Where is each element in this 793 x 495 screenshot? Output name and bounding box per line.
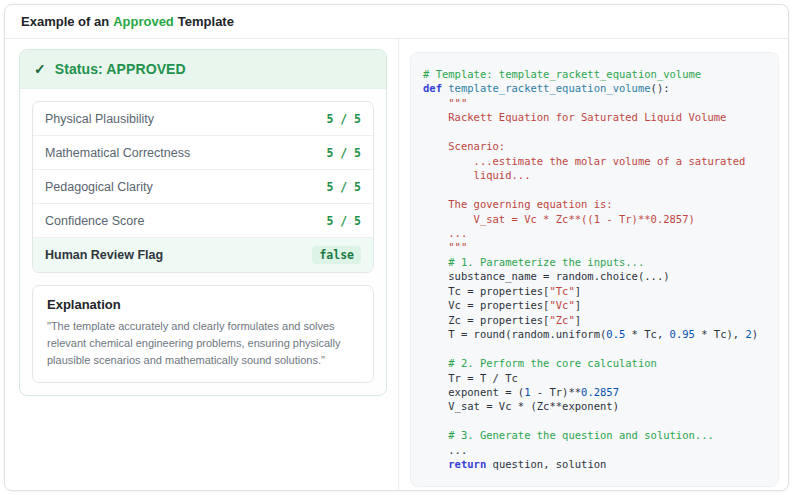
explanation-box: Explanation "The template accurately and… <box>32 285 374 383</box>
metric-value: 5 / 5 <box>326 146 361 160</box>
status-label: Status: APPROVED <box>55 61 186 77</box>
metric-row-mathematical-correctness: Mathematical Correctness 5 / 5 <box>33 136 373 170</box>
metric-label: Human Review Flag <box>45 248 163 262</box>
code-column: # Template: template_rackett_equation_vo… <box>399 39 788 491</box>
metric-row-confidence-score: Confidence Score 5 / 5 <box>33 204 373 238</box>
card-body: ✓ Status: APPROVED Physical Plausibility… <box>5 39 788 490</box>
template-example-card: Example of an Approved Template ✓ Status… <box>4 4 789 491</box>
metric-value: 5 / 5 <box>326 112 361 126</box>
status-card: ✓ Status: APPROVED Physical Plausibility… <box>19 49 387 396</box>
review-summary-column: ✓ Status: APPROVED Physical Plausibility… <box>5 39 399 491</box>
metric-value: 5 / 5 <box>326 180 361 194</box>
card-header: Example of an Approved Template <box>5 5 788 39</box>
metric-label: Mathematical Correctness <box>45 146 190 160</box>
metric-label: Pedagogical Clarity <box>45 180 153 194</box>
explanation-text: "The template accurately and clearly for… <box>47 318 359 369</box>
metric-value: 5 / 5 <box>326 214 361 228</box>
metric-row-human-review-flag: Human Review Flag false <box>33 238 373 272</box>
metric-row-pedagogical-clarity: Pedagogical Clarity 5 / 5 <box>33 170 373 204</box>
status-header: ✓ Status: APPROVED <box>20 50 386 89</box>
metric-label: Confidence Score <box>45 214 144 228</box>
code-block: # Template: template_rackett_equation_vo… <box>423 67 766 472</box>
code-panel: # Template: template_rackett_equation_vo… <box>410 52 779 487</box>
metric-label: Physical Plausibility <box>45 112 154 126</box>
explanation-heading: Explanation <box>47 297 359 312</box>
title-highlight: Approved <box>113 14 174 29</box>
title-suffix: Template <box>178 14 234 29</box>
human-review-flag-badge: false <box>312 246 361 264</box>
checkmark-icon: ✓ <box>34 61 46 77</box>
title-prefix: Example of an <box>21 14 109 29</box>
metrics-table: Physical Plausibility 5 / 5 Mathematical… <box>32 101 374 273</box>
metric-row-physical-plausibility: Physical Plausibility 5 / 5 <box>33 102 373 136</box>
